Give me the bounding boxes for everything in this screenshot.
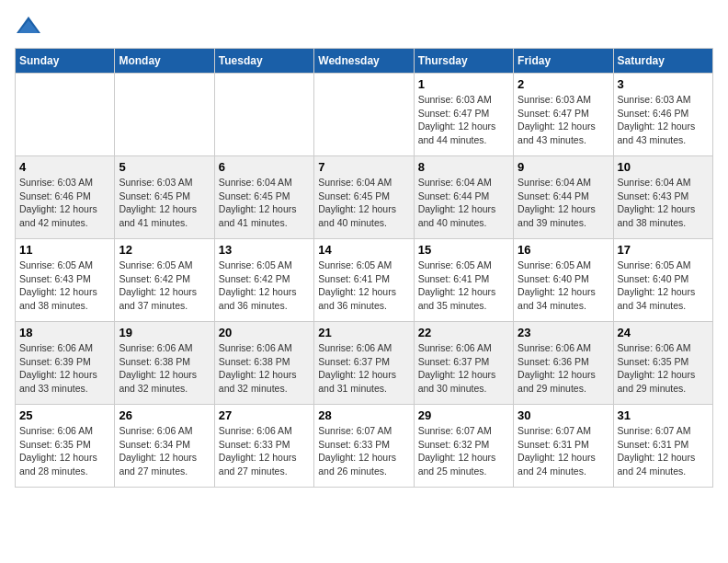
- day-number: 3: [618, 77, 709, 91]
- week-row-2: 4Sunrise: 6:03 AM Sunset: 6:46 PM Daylig…: [16, 156, 713, 239]
- calendar-cell: [314, 74, 414, 156]
- day-info: Sunrise: 6:04 AM Sunset: 6:43 PM Dayligh…: [618, 176, 709, 230]
- day-number: 19: [119, 326, 210, 339]
- calendar-cell: 23Sunrise: 6:06 AM Sunset: 6:36 PM Dayli…: [514, 322, 613, 405]
- day-info: Sunrise: 6:03 AM Sunset: 6:46 PM Dayligh…: [19, 176, 110, 230]
- day-number: 2: [518, 77, 609, 91]
- day-number: 9: [518, 160, 609, 174]
- day-number: 4: [19, 160, 110, 174]
- day-info: Sunrise: 6:03 AM Sunset: 6:47 PM Dayligh…: [418, 93, 509, 147]
- col-header-monday: Monday: [115, 49, 214, 74]
- day-number: 30: [518, 408, 609, 422]
- day-number: 14: [318, 243, 409, 257]
- day-info: Sunrise: 6:05 AM Sunset: 6:40 PM Dayligh…: [518, 259, 609, 313]
- calendar-cell: 3Sunrise: 6:03 AM Sunset: 6:46 PM Daylig…: [613, 74, 712, 156]
- day-number: 11: [19, 243, 110, 257]
- calendar-cell: [16, 74, 115, 156]
- calendar-header-row: SundayMondayTuesdayWednesdayThursdayFrid…: [16, 49, 713, 74]
- page-header: [15, 15, 713, 37]
- day-info: Sunrise: 6:03 AM Sunset: 6:45 PM Dayligh…: [119, 176, 210, 230]
- day-info: Sunrise: 6:05 AM Sunset: 6:41 PM Dayligh…: [318, 259, 409, 313]
- day-info: Sunrise: 6:05 AM Sunset: 6:42 PM Dayligh…: [119, 259, 210, 313]
- calendar-cell: 14Sunrise: 6:05 AM Sunset: 6:41 PM Dayli…: [314, 239, 414, 322]
- day-info: Sunrise: 6:07 AM Sunset: 6:32 PM Dayligh…: [418, 424, 509, 478]
- calendar-table: SundayMondayTuesdayWednesdayThursdayFrid…: [15, 48, 713, 488]
- day-info: Sunrise: 6:06 AM Sunset: 6:35 PM Dayligh…: [618, 341, 709, 396]
- calendar-cell: 2Sunrise: 6:03 AM Sunset: 6:47 PM Daylig…: [514, 74, 613, 156]
- calendar-cell: 27Sunrise: 6:06 AM Sunset: 6:33 PM Dayli…: [214, 405, 313, 488]
- day-number: 23: [518, 326, 609, 339]
- logo-icon: [15, 15, 42, 37]
- day-number: 29: [418, 408, 509, 422]
- col-header-wednesday: Wednesday: [314, 49, 414, 74]
- calendar-cell: [115, 74, 214, 156]
- day-info: Sunrise: 6:06 AM Sunset: 6:33 PM Dayligh…: [219, 424, 310, 478]
- calendar-cell: 17Sunrise: 6:05 AM Sunset: 6:40 PM Dayli…: [613, 239, 712, 322]
- col-header-friday: Friday: [514, 49, 613, 74]
- day-number: 5: [119, 160, 210, 174]
- day-info: Sunrise: 6:04 AM Sunset: 6:44 PM Dayligh…: [518, 176, 609, 230]
- day-number: 28: [318, 408, 409, 422]
- calendar-cell: 15Sunrise: 6:05 AM Sunset: 6:41 PM Dayli…: [414, 239, 513, 322]
- day-number: 25: [19, 408, 110, 422]
- day-info: Sunrise: 6:06 AM Sunset: 6:37 PM Dayligh…: [318, 341, 409, 396]
- day-number: 22: [418, 326, 509, 339]
- day-number: 1: [418, 77, 509, 91]
- day-info: Sunrise: 6:04 AM Sunset: 6:45 PM Dayligh…: [219, 176, 310, 230]
- day-number: 26: [119, 408, 210, 422]
- day-number: 21: [318, 326, 409, 339]
- calendar-cell: 18Sunrise: 6:06 AM Sunset: 6:39 PM Dayli…: [16, 322, 115, 405]
- calendar-cell: 12Sunrise: 6:05 AM Sunset: 6:42 PM Dayli…: [115, 239, 214, 322]
- calendar-cell: 6Sunrise: 6:04 AM Sunset: 6:45 PM Daylig…: [214, 156, 313, 239]
- logo: [15, 15, 46, 37]
- day-info: Sunrise: 6:05 AM Sunset: 6:41 PM Dayligh…: [418, 259, 509, 313]
- calendar-cell: 26Sunrise: 6:06 AM Sunset: 6:34 PM Dayli…: [115, 405, 214, 488]
- calendar-cell: 30Sunrise: 6:07 AM Sunset: 6:31 PM Dayli…: [514, 405, 613, 488]
- day-info: Sunrise: 6:07 AM Sunset: 6:31 PM Dayligh…: [518, 424, 609, 478]
- calendar-cell: 1Sunrise: 6:03 AM Sunset: 6:47 PM Daylig…: [414, 74, 513, 156]
- day-info: Sunrise: 6:05 AM Sunset: 6:42 PM Dayligh…: [219, 259, 310, 313]
- calendar-cell: 4Sunrise: 6:03 AM Sunset: 6:46 PM Daylig…: [16, 156, 115, 239]
- day-number: 18: [19, 326, 110, 339]
- calendar-cell: 8Sunrise: 6:04 AM Sunset: 6:44 PM Daylig…: [414, 156, 513, 239]
- day-number: 20: [219, 326, 310, 339]
- calendar-cell: 9Sunrise: 6:04 AM Sunset: 6:44 PM Daylig…: [514, 156, 613, 239]
- day-info: Sunrise: 6:03 AM Sunset: 6:47 PM Dayligh…: [518, 93, 609, 147]
- day-info: Sunrise: 6:06 AM Sunset: 6:34 PM Dayligh…: [119, 424, 210, 478]
- col-header-thursday: Thursday: [414, 49, 513, 74]
- week-row-3: 11Sunrise: 6:05 AM Sunset: 6:43 PM Dayli…: [16, 239, 713, 322]
- calendar-cell: 31Sunrise: 6:07 AM Sunset: 6:31 PM Dayli…: [613, 405, 712, 488]
- week-row-5: 25Sunrise: 6:06 AM Sunset: 6:35 PM Dayli…: [16, 405, 713, 488]
- col-header-sunday: Sunday: [16, 49, 115, 74]
- day-info: Sunrise: 6:03 AM Sunset: 6:46 PM Dayligh…: [618, 93, 709, 147]
- calendar-cell: 20Sunrise: 6:06 AM Sunset: 6:38 PM Dayli…: [214, 322, 313, 405]
- day-info: Sunrise: 6:06 AM Sunset: 6:37 PM Dayligh…: [418, 341, 509, 396]
- col-header-saturday: Saturday: [613, 49, 712, 74]
- calendar-cell: 19Sunrise: 6:06 AM Sunset: 6:38 PM Dayli…: [115, 322, 214, 405]
- calendar-cell: 13Sunrise: 6:05 AM Sunset: 6:42 PM Dayli…: [214, 239, 313, 322]
- day-info: Sunrise: 6:06 AM Sunset: 6:38 PM Dayligh…: [219, 341, 310, 396]
- day-info: Sunrise: 6:05 AM Sunset: 6:40 PM Dayligh…: [618, 259, 709, 313]
- week-row-1: 1Sunrise: 6:03 AM Sunset: 6:47 PM Daylig…: [16, 74, 713, 156]
- day-info: Sunrise: 6:06 AM Sunset: 6:36 PM Dayligh…: [518, 341, 609, 396]
- calendar-cell: [214, 74, 313, 156]
- day-number: 31: [618, 408, 709, 422]
- day-number: 7: [318, 160, 409, 174]
- day-number: 16: [518, 243, 609, 257]
- calendar-cell: 16Sunrise: 6:05 AM Sunset: 6:40 PM Dayli…: [514, 239, 613, 322]
- day-number: 10: [618, 160, 709, 174]
- day-info: Sunrise: 6:07 AM Sunset: 6:31 PM Dayligh…: [618, 424, 709, 478]
- calendar-cell: 21Sunrise: 6:06 AM Sunset: 6:37 PM Dayli…: [314, 322, 414, 405]
- day-info: Sunrise: 6:06 AM Sunset: 6:38 PM Dayligh…: [119, 341, 210, 396]
- day-number: 24: [618, 326, 709, 339]
- day-number: 6: [219, 160, 310, 174]
- day-info: Sunrise: 6:05 AM Sunset: 6:43 PM Dayligh…: [19, 259, 110, 313]
- day-info: Sunrise: 6:07 AM Sunset: 6:33 PM Dayligh…: [318, 424, 409, 478]
- day-info: Sunrise: 6:04 AM Sunset: 6:45 PM Dayligh…: [318, 176, 409, 230]
- day-info: Sunrise: 6:06 AM Sunset: 6:35 PM Dayligh…: [19, 424, 110, 478]
- col-header-tuesday: Tuesday: [214, 49, 313, 74]
- day-info: Sunrise: 6:04 AM Sunset: 6:44 PM Dayligh…: [418, 176, 509, 230]
- day-number: 27: [219, 408, 310, 422]
- day-number: 12: [119, 243, 210, 257]
- calendar-cell: 25Sunrise: 6:06 AM Sunset: 6:35 PM Dayli…: [16, 405, 115, 488]
